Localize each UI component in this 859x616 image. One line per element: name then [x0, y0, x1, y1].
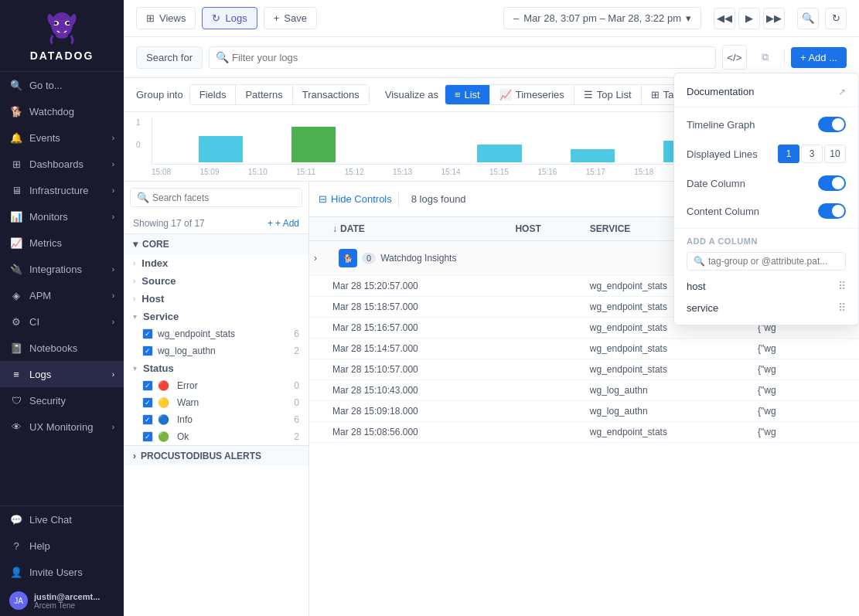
- checkbox-warn[interactable]: [142, 397, 153, 408]
- ux-monitoring-icon: 👁: [9, 420, 23, 434]
- facet-service-wg-endpoint[interactable]: wg_endpoint_stats 6: [133, 325, 308, 342]
- controls-icon: ⊟: [319, 193, 327, 205]
- facet-status-error[interactable]: 🔴 Error 0: [133, 377, 308, 394]
- log-date: Mar 28 15:09:18.000: [325, 401, 507, 422]
- tab-fields[interactable]: Fields: [190, 85, 237, 104]
- time-range-selector[interactable]: – Mar 28, 3:07 pm – Mar 28, 3:22 pm ▾: [503, 7, 701, 29]
- date-column-label: Date Column: [687, 182, 745, 189]
- sidebar-item-logs[interactable]: ≡ Logs ›: [0, 361, 124, 387]
- checkbox-wg-authn[interactable]: [142, 345, 153, 356]
- logs-table: ⊟ Hide Controls 8 logs found ↑ Export ⚙ …: [309, 182, 859, 616]
- tab-list[interactable]: ≡ List: [445, 85, 490, 104]
- log-date: Mar 28 15:16:57.000: [325, 318, 507, 339]
- sidebar-item-ci[interactable]: ⚙ CI ›: [0, 308, 124, 335]
- table-row[interactable]: Mar 28 15:10:43.000 wg_log_authn {"wg: [309, 380, 859, 401]
- sidebar-item-goto[interactable]: 🔍 Go to...: [0, 72, 124, 98]
- facet-source[interactable]: › Source: [124, 272, 308, 290]
- tab-top-list[interactable]: ☰ Top List: [574, 85, 642, 104]
- add-column-input[interactable]: [708, 256, 839, 267]
- time-forward-button[interactable]: ▶▶: [763, 8, 785, 29]
- checkbox-ok[interactable]: [142, 431, 153, 442]
- chevron-down-icon: ▾: [133, 312, 137, 321]
- sidebar-item-monitors[interactable]: 📊 Monitors ›: [0, 203, 124, 230]
- content-column-toggle[interactable]: [818, 203, 846, 219]
- tab-patterns[interactable]: Patterns: [236, 85, 292, 104]
- invite-users-icon: 👤: [9, 565, 23, 579]
- user-email: Arcem Tene: [34, 601, 100, 610]
- hide-controls-button[interactable]: ⊟ Hide Controls: [319, 193, 392, 205]
- infrastructure-icon: 🖥: [9, 183, 23, 197]
- table-row[interactable]: Mar 28 15:08:56.000 wg_endpoint_stats {"…: [309, 422, 859, 443]
- search-zoom-button[interactable]: 🔍: [797, 8, 819, 29]
- user-profile[interactable]: JA justin@arcemt... Arcem Tene: [0, 585, 124, 616]
- sidebar-item-apm[interactable]: ◈ APM ›: [0, 282, 124, 308]
- sidebar-item-events[interactable]: 🔔 Events ›: [0, 124, 124, 151]
- group-into-label: Group into: [136, 89, 183, 100]
- copy-button[interactable]: ⧉: [753, 45, 778, 70]
- core-section-header[interactable]: ▾ CORE: [124, 233, 308, 254]
- column-service[interactable]: service ⠿: [674, 297, 858, 318]
- facet-status-info[interactable]: 🔵 Info 6: [133, 411, 308, 428]
- sidebar-item-invite-users[interactable]: 👤 Invite Users: [0, 559, 124, 585]
- tab-transactions[interactable]: Transactions: [293, 85, 369, 104]
- checkbox-info[interactable]: [142, 414, 153, 425]
- facet-status-warn[interactable]: 🟡 Warn 0: [133, 394, 308, 411]
- expand-cell[interactable]: ›: [309, 241, 325, 276]
- search-input[interactable]: [229, 47, 709, 68]
- dashboards-icon: ⊞: [9, 157, 23, 171]
- code-mode-button[interactable]: </>: [722, 45, 747, 70]
- sidebar-item-live-chat[interactable]: 💬 Live Chat: [0, 506, 124, 533]
- tab-timeseries[interactable]: 📈 Timeseries: [490, 85, 574, 104]
- log-host: [507, 380, 581, 401]
- metrics-icon: 📈: [9, 236, 23, 250]
- save-button[interactable]: + Save: [264, 7, 317, 29]
- facets-search-input[interactable]: [152, 192, 295, 203]
- sidebar-item-integrations[interactable]: 🔌 Integrations ›: [0, 256, 124, 282]
- sidebar: DATADOG 🔍 Go to... 🐕 Watchdog 🔔 Events ›…: [0, 0, 124, 616]
- logs-button[interactable]: ↻ Logs: [202, 7, 257, 29]
- datadog-logo-icon: [43, 9, 80, 46]
- log-host: [507, 401, 581, 422]
- facet-service-wg-authn[interactable]: wg_log_authn 2: [133, 342, 308, 359]
- date-column-toggle[interactable]: [818, 182, 846, 191]
- th-host[interactable]: HOST: [507, 217, 581, 241]
- checkbox-error[interactable]: [142, 380, 153, 391]
- time-play-button[interactable]: ▶: [738, 8, 760, 29]
- add-facet-link[interactable]: + + Add: [268, 218, 299, 229]
- sidebar-item-security[interactable]: 🛡 Security: [0, 387, 124, 414]
- procustodibus-section-header[interactable]: › PROCUSTODIBUS ALERTS: [124, 445, 308, 466]
- search-icon: 🔍: [694, 256, 705, 267]
- options-dropdown: Documentation ↗ Timeline Graph Displayed…: [673, 182, 859, 325]
- sidebar-item-infrastructure[interactable]: 🖥 Infrastructure ›: [0, 177, 124, 203]
- log-service: wg_endpoint_stats: [582, 422, 750, 443]
- chevron-icon: ›: [112, 423, 114, 431]
- sidebar-item-notebooks[interactable]: 📓 Notebooks: [0, 335, 124, 361]
- column-host[interactable]: host ⠿: [674, 275, 858, 297]
- facet-status[interactable]: ▾ Status: [124, 359, 308, 377]
- facet-service[interactable]: ▾ Service: [124, 308, 308, 325]
- views-icon: ⊞: [146, 12, 155, 24]
- facet-status-ok[interactable]: 🟢 Ok 2: [133, 428, 308, 445]
- facet-index[interactable]: › Index: [124, 254, 308, 272]
- th-indicator: [309, 217, 325, 241]
- log-content: {"wg: [750, 359, 859, 380]
- lower-section: 🔍 Showing 17 of 17 + + Add ▾ CORE: [124, 182, 859, 616]
- th-date[interactable]: ↓ DATE: [325, 217, 507, 241]
- views-button[interactable]: ⊞ Views: [136, 7, 196, 29]
- log-date: Mar 28 15:20:57.000: [325, 276, 507, 297]
- sidebar-item-ux-monitoring[interactable]: 👁 UX Monitoring ›: [0, 414, 124, 440]
- sidebar-item-help[interactable]: ? Help: [0, 533, 124, 559]
- sidebar-item-dashboards[interactable]: ⊞ Dashboards ›: [0, 151, 124, 177]
- table-row[interactable]: Mar 28 15:09:18.000 wg_log_authn {"wg: [309, 401, 859, 422]
- facet-host[interactable]: › Host: [124, 290, 308, 308]
- sidebar-item-watchdog[interactable]: 🐕 Watchdog: [0, 98, 124, 124]
- checkbox-wg-endpoint[interactable]: [142, 328, 153, 339]
- search-for-label: Search for: [136, 46, 203, 69]
- add-filter-button[interactable]: + Add ...: [791, 47, 847, 68]
- sidebar-item-metrics[interactable]: 📈 Metrics: [0, 230, 124, 256]
- table-row[interactable]: Mar 28 15:10:57.000 wg_endpoint_stats {"…: [309, 359, 859, 380]
- refresh-button[interactable]: ↻: [825, 8, 847, 29]
- time-back-button[interactable]: ◀◀: [714, 8, 735, 29]
- table-row[interactable]: Mar 28 15:14:57.000 wg_endpoint_stats {"…: [309, 339, 859, 359]
- content-column-label: Content Column: [687, 206, 759, 217]
